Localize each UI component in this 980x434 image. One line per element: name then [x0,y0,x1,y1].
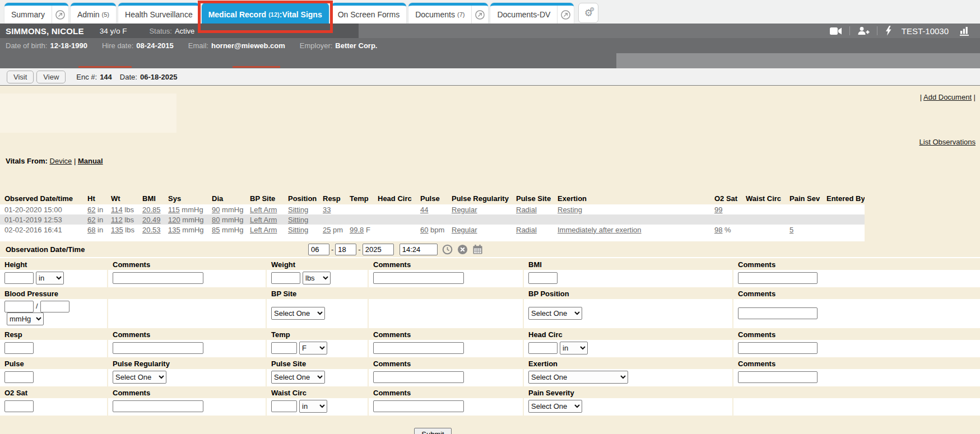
pulse-input[interactable] [4,371,34,383]
bp-position-select[interactable]: Select One [528,307,582,320]
obs-year-input[interactable] [363,244,394,255]
blood-pressure-input[interactable] [40,301,69,312]
tab-summary[interactable]: Summary [4,3,68,24]
comments-input[interactable] [738,272,818,284]
observation-value-link[interactable]: Sitting [288,206,308,214]
observation-value-link[interactable]: 99 [714,206,722,214]
observation-value-link[interactable]: 99.8 [350,226,364,234]
obs-day-input[interactable] [335,244,356,255]
observation-value-link[interactable]: 5 [789,226,793,234]
vitals-device-link[interactable]: Device [50,157,72,165]
observation-value-link[interactable]: 112 [111,216,123,224]
observation-value-link[interactable]: 62 [87,206,95,214]
comments-input[interactable] [373,342,464,354]
o2-sat-input[interactable] [4,400,34,412]
observation-value-link[interactable]: Left Arm [250,216,277,224]
obs-month-input[interactable] [308,244,329,255]
observation-value-link[interactable]: 120 [168,216,180,224]
comments-input[interactable] [373,371,464,383]
temp-input[interactable] [271,342,297,354]
observation-value-link[interactable]: 20.49 [142,216,161,224]
waist-circ-select[interactable]: in [299,400,327,413]
comments-input[interactable] [113,342,203,354]
open-in-new-icon[interactable] [52,6,68,24]
clear-datetime-icon[interactable] [457,244,468,255]
observation-value-link[interactable]: Regular [452,206,477,214]
height-input[interactable] [4,272,34,284]
comments-input[interactable] [738,342,818,354]
tab-medical-record[interactable]: Medical Record(12):Vital Signs [202,3,329,24]
vitals-manual-link[interactable]: Manual [78,157,103,165]
observation-value-link[interactable]: Radial [516,206,537,214]
height-select[interactable]: in [36,272,64,284]
comments-input[interactable] [113,400,203,412]
observation-value-link[interactable]: 85 [212,226,220,234]
observation-value-link[interactable]: 20.85 [142,206,161,214]
observation-value-link[interactable]: Left Arm [250,206,277,214]
observation-value-link[interactable]: Left Arm [250,226,277,234]
lightning-bolt-icon[interactable] [885,26,892,36]
observation-value-link[interactable]: Regular [452,226,477,234]
comments-input[interactable] [738,307,818,319]
observation-value-link[interactable]: Sitting [288,226,308,234]
bmi-input[interactable] [528,272,558,284]
chart-flowsheet-icon[interactable] [959,26,969,36]
comments-input[interactable] [373,400,464,412]
visit-button[interactable]: Visit [7,71,34,83]
temp-select[interactable]: F [299,342,327,354]
observation-value-link[interactable]: 114 [111,206,123,214]
tab-documents-dv[interactable]: Documents-DV [490,3,574,24]
observation-value-link[interactable]: 25 [323,226,331,234]
resp-input[interactable] [4,342,34,354]
pulse-site-select[interactable]: Select One [271,371,325,384]
view-button[interactable]: View [36,71,66,83]
open-in-new-icon[interactable] [471,6,488,24]
observation-value-link[interactable]: 20.53 [142,226,161,234]
waist-circ-input[interactable] [271,400,297,412]
submit-button[interactable]: Submit [414,428,451,434]
observation-value-link[interactable]: Immediately after exertion [558,226,642,234]
bp-site-select[interactable]: Select One [271,307,325,320]
tab-label: Medical Record [208,10,266,19]
tab-health-surveillance[interactable]: Health Surveillance [118,3,199,24]
comments-input[interactable] [113,272,203,284]
observation-value-link[interactable]: 80 [212,216,220,224]
comments-input[interactable] [738,371,818,383]
observation-value-link[interactable]: 90 [212,206,220,214]
comments-input[interactable] [373,272,464,284]
observation-value-link[interactable]: 33 [323,206,331,214]
tab-admin[interactable]: Admin(5) [71,3,116,24]
observation-value-link[interactable]: Resting [558,206,582,214]
calendar-icon[interactable] [472,244,483,255]
observation-value-link[interactable]: 135 [168,226,180,234]
blood-pressure-input[interactable] [4,301,34,312]
observation-value-link[interactable]: 135 [111,226,123,234]
add-person-icon[interactable] [857,26,870,35]
observation-value-link[interactable]: Sitting [288,216,308,224]
tab-on-screen-forms[interactable]: On Screen Forms [331,3,406,24]
settings-gear-button[interactable]: ⚙ ⚙ [578,3,598,23]
observation-value-link[interactable]: 115 [168,206,180,214]
weight-select[interactable]: lbs [303,272,331,284]
list-observations-link[interactable]: List Observations [919,138,976,146]
add-document-link[interactable]: Add Document [923,93,972,101]
observation-value-link[interactable]: 98 [714,226,722,234]
observation-value-link[interactable]: 44 [420,206,428,214]
tab-wrap: Admin(5) [71,3,116,24]
weight-input[interactable] [271,272,300,284]
pain-severity-select[interactable]: Select One [528,400,582,413]
pulse-regularity-select[interactable]: Select One [113,371,166,384]
head-circ-select[interactable]: in [560,342,588,354]
open-in-new-icon[interactable] [557,6,574,24]
video-camera-icon[interactable] [830,27,842,35]
obs-time-input[interactable] [400,244,438,255]
tab-documents[interactable]: Documents(7) [408,3,488,24]
head-circ-input[interactable] [528,342,558,354]
clock-icon[interactable] [442,244,453,255]
observation-value-link[interactable]: 62 [87,216,95,224]
blood-pressure-select[interactable]: mmHg [7,312,44,325]
observation-value-link[interactable]: 60 [420,226,428,234]
observation-value-link[interactable]: Radial [516,226,537,234]
exertion-select[interactable]: Select One [528,371,628,384]
observation-value-link[interactable]: 68 [87,226,95,234]
